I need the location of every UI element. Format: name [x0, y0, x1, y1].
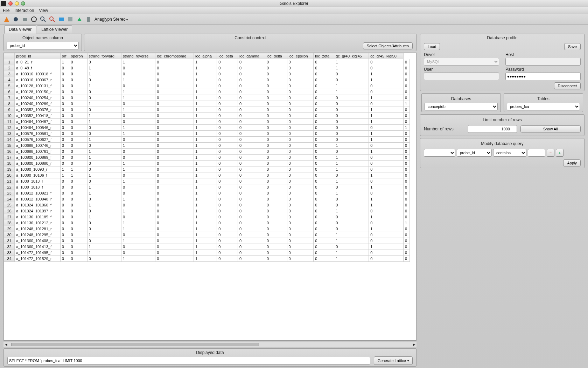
table-cell[interactable]: 1 [194, 161, 217, 166]
table-cell[interactable]: 0 [334, 172, 369, 178]
table-cell[interactable]: 0 [404, 244, 410, 250]
table-cell[interactable]: 0 [60, 220, 69, 226]
table-row[interactable]: 15a_100688_100746_r00010100000100 [4, 143, 410, 149]
table-cell[interactable]: 1 [194, 208, 217, 214]
table-cell[interactable]: 0 [314, 178, 334, 184]
user-input[interactable] [424, 73, 499, 80]
menu-file[interactable]: File [3, 8, 9, 13]
table-cell[interactable]: 1 [121, 238, 155, 244]
table-cell[interactable]: 1 [87, 113, 121, 119]
table-cell[interactable]: 0 [155, 256, 194, 262]
table-cell[interactable]: 0 [334, 184, 369, 190]
table-cell[interactable]: 0 [238, 172, 265, 178]
table-cell[interactable]: 0 [265, 113, 287, 119]
tool-icon-7[interactable] [58, 16, 64, 22]
table-cell[interactable]: 0 [314, 143, 334, 149]
table-cell[interactable]: 0 [60, 244, 69, 250]
table-cell[interactable]: a_100016_100067_r [15, 77, 61, 83]
table-cell[interactable]: 1 [369, 113, 404, 119]
scroll-right-icon[interactable]: ▶ [412, 343, 416, 346]
table-cell[interactable]: 1 [69, 172, 87, 178]
tool-icon-9[interactable] [76, 16, 83, 22]
table-cell[interactable]: 0 [404, 161, 410, 166]
table-cell[interactable]: 0 [60, 208, 69, 214]
table-cell[interactable]: 0 [265, 59, 287, 65]
table-cell[interactable]: 1 [194, 71, 217, 77]
table-cell[interactable]: a_100800_100869_f [15, 155, 61, 161]
table-row[interactable]: 12a_100464_100546_r00010100000001 [4, 125, 410, 131]
table-cell[interactable]: 0 [404, 184, 410, 190]
tool-icon-6[interactable] [49, 16, 55, 22]
table-cell[interactable]: 0 [238, 95, 265, 101]
table-cell[interactable]: 0 [238, 232, 265, 238]
table-cell[interactable]: 1 [194, 119, 217, 125]
table-cell[interactable]: 0 [60, 202, 69, 208]
table-cell[interactable]: a_101248_101295_f [15, 232, 61, 238]
table-cell[interactable]: 0 [238, 208, 265, 214]
table-cell[interactable]: 0 [265, 232, 287, 238]
table-cell[interactable]: 0 [369, 220, 404, 226]
table-cell[interactable]: a_100240_100254_r [15, 95, 61, 101]
table-row[interactable]: 5a_100128_100131_f00100100000100 [4, 83, 410, 89]
table-cell[interactable]: 0 [238, 214, 265, 220]
table-cell[interactable]: 0 [121, 202, 155, 208]
table-cell[interactable]: 0 [87, 89, 121, 95]
column-header[interactable]: gc_gr40_klgl45 [334, 53, 369, 59]
table-cell[interactable]: 1 [334, 65, 369, 71]
table-cell[interactable]: 0 [155, 238, 194, 244]
table-cell[interactable]: 1 [121, 220, 155, 226]
table-cell[interactable]: 0 [155, 196, 194, 202]
table-cell[interactable]: 0 [404, 77, 410, 83]
apply-button[interactable]: Apply [563, 159, 581, 166]
table-cell[interactable]: 0 [404, 202, 410, 208]
table-cell[interactable]: 0 [314, 137, 334, 143]
table-cell[interactable]: 1 [334, 89, 369, 95]
table-cell[interactable]: 0 [314, 214, 334, 220]
table-cell[interactable]: 0 [217, 119, 238, 125]
table-cell[interactable]: 0 [404, 89, 410, 95]
table-cell[interactable]: 0 [265, 244, 287, 250]
table-cell[interactable]: 0 [217, 83, 238, 89]
driver-select[interactable]: MySQL [424, 58, 499, 66]
table-cell[interactable]: 0 [69, 107, 87, 113]
table-cell[interactable]: 0 [404, 137, 410, 143]
table-cell[interactable]: 0 [60, 83, 69, 89]
tool-icon-4[interactable] [31, 16, 37, 22]
table-cell[interactable]: 0 [217, 172, 238, 178]
table-cell[interactable]: 0 [238, 143, 265, 149]
table-cell[interactable]: 0 [238, 161, 265, 166]
table-cell[interactable]: a_100464_100546_r [15, 125, 61, 131]
table-cell[interactable]: 1 [334, 208, 369, 214]
table-cell[interactable]: 0 [265, 89, 287, 95]
table-cell[interactable]: 0 [87, 196, 121, 202]
table-cell[interactable]: 1 [334, 83, 369, 89]
table-cell[interactable]: 0 [60, 131, 69, 137]
table-cell[interactable]: 0 [69, 83, 87, 89]
query-column-select[interactable]: probe_id [457, 149, 492, 157]
table-cell[interactable]: 0 [287, 208, 314, 214]
table-cell[interactable]: 0 [155, 83, 194, 89]
table-cell[interactable]: 1 [194, 155, 217, 161]
column-header[interactable]: probe_id [15, 53, 61, 59]
table-cell[interactable]: 0 [314, 250, 334, 256]
table-cell[interactable]: 1 [194, 83, 217, 89]
table-row[interactable]: 6a_100128_100150_r00010100000100 [4, 89, 410, 95]
table-cell[interactable]: 0 [155, 65, 194, 71]
table-cell[interactable]: a_100912_100921_f [15, 190, 61, 196]
table-cell[interactable]: 0 [287, 149, 314, 155]
table-row[interactable]: 26a_101024_101097_r00010100000100 [4, 208, 410, 214]
table-cell[interactable]: 0 [60, 107, 69, 113]
table-cell[interactable]: 1 [369, 149, 404, 155]
table-cell[interactable]: 0 [121, 119, 155, 125]
table-row[interactable]: 31a_101360_101408_r00010100000100 [4, 238, 410, 244]
table-cell[interactable]: 0 [155, 89, 194, 95]
tool-icon-8[interactable] [67, 16, 74, 22]
table-cell[interactable]: a_1008_1013_r [15, 178, 61, 184]
column-header[interactable]: gc_gr45_klgl50 [369, 53, 404, 59]
table-cell[interactable]: 0 [314, 131, 334, 137]
table-cell[interactable]: 0 [217, 95, 238, 101]
table-cell[interactable]: 0 [314, 220, 334, 226]
table-cell[interactable]: a_100240_100289_f [15, 101, 61, 107]
table-cell[interactable]: 0 [87, 226, 121, 232]
table-cell[interactable]: 0 [121, 250, 155, 256]
